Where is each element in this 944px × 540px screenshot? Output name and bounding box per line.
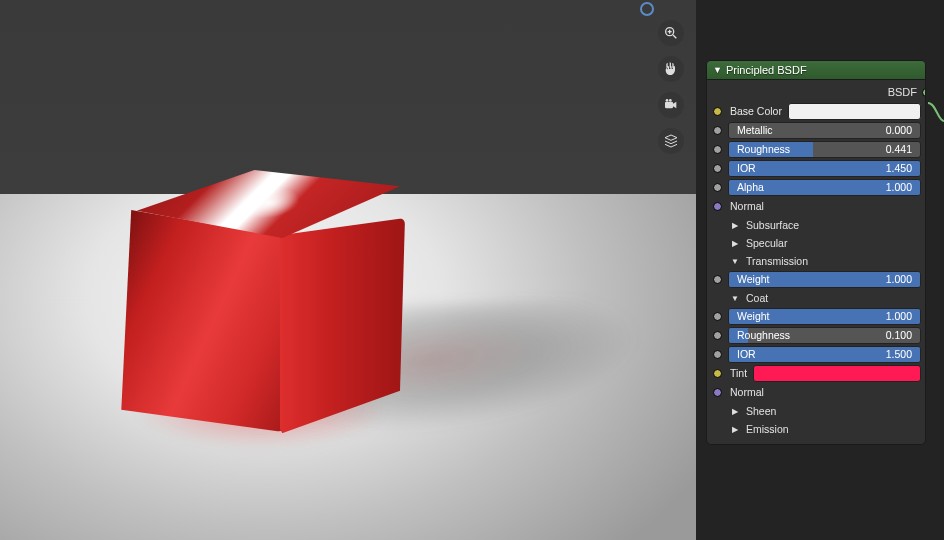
coat-tint-label: Tint — [728, 367, 747, 379]
roughness-row: Roughness 0.441 — [711, 140, 921, 158]
coat-weight-slider[interactable]: Weight 1.000 — [728, 308, 921, 325]
alpha-row: Alpha 1.000 — [711, 178, 921, 196]
chevron-down-icon: ▼ — [713, 65, 722, 75]
metallic-row: Metallic 0.000 — [711, 121, 921, 139]
coat-normal-row: Normal — [711, 383, 921, 401]
group-coat[interactable]: ▼ Coat — [711, 289, 921, 307]
group-emission[interactable]: ▶ Emission — [711, 420, 921, 438]
svg-point-5 — [666, 99, 669, 102]
output-label: BSDF — [888, 86, 917, 98]
output-socket-icon[interactable] — [922, 88, 926, 97]
socket-icon[interactable] — [713, 145, 722, 154]
camera-icon[interactable] — [658, 92, 684, 118]
group-sheen[interactable]: ▶ Sheen — [711, 402, 921, 420]
coat-tint-swatch[interactable] — [753, 365, 921, 382]
base-color-swatch[interactable] — [788, 103, 921, 120]
node-header[interactable]: ▼ Principled BSDF — [707, 61, 925, 80]
ior-slider[interactable]: IOR 1.450 — [728, 160, 921, 177]
normal-row: Normal — [711, 197, 921, 215]
socket-icon[interactable] — [713, 275, 722, 284]
coat-tint-row: Tint — [711, 364, 921, 382]
orbit-gizmo-icon[interactable] — [640, 2, 654, 16]
chevron-down-icon: ▼ — [730, 294, 740, 303]
svg-line-1 — [673, 35, 676, 38]
socket-icon[interactable] — [713, 107, 722, 116]
pan-icon[interactable] — [658, 56, 684, 82]
base-color-row: Base Color — [711, 102, 921, 120]
svg-point-6 — [669, 99, 672, 102]
socket-icon[interactable] — [713, 202, 722, 211]
chevron-right-icon: ▶ — [730, 407, 740, 416]
chevron-down-icon: ▼ — [730, 257, 740, 266]
viewport[interactable] — [0, 0, 696, 540]
chevron-right-icon: ▶ — [730, 239, 740, 248]
red-cube[interactable] — [120, 170, 400, 430]
socket-icon[interactable] — [713, 350, 722, 359]
zoom-icon[interactable] — [658, 20, 684, 46]
viewport-tools — [658, 20, 684, 154]
node-title: Principled BSDF — [726, 64, 807, 76]
coat-roughness-row: Roughness 0.100 — [711, 326, 921, 344]
metallic-slider[interactable]: Metallic 0.000 — [728, 122, 921, 139]
transmission-weight-row: Weight 1.000 — [711, 270, 921, 288]
socket-icon[interactable] — [713, 369, 722, 378]
coat-ior-row: IOR 1.500 — [711, 345, 921, 363]
group-specular[interactable]: ▶ Specular — [711, 234, 921, 252]
output-bsdf: BSDF — [711, 84, 921, 102]
chevron-right-icon: ▶ — [730, 221, 740, 230]
roughness-slider[interactable]: Roughness 0.441 — [728, 141, 921, 158]
alpha-slider[interactable]: Alpha 1.000 — [728, 179, 921, 196]
socket-icon[interactable] — [713, 312, 722, 321]
socket-icon[interactable] — [713, 331, 722, 340]
grid-icon[interactable] — [658, 128, 684, 154]
coat-ior-slider[interactable]: IOR 1.500 — [728, 346, 921, 363]
socket-icon[interactable] — [713, 183, 722, 192]
socket-icon[interactable] — [713, 126, 722, 135]
node-sidebar: ▼ Principled BSDF BSDF Base Color Metall… — [696, 0, 944, 540]
coat-weight-row: Weight 1.000 — [711, 307, 921, 325]
svg-rect-4 — [665, 102, 673, 109]
coat-roughness-slider[interactable]: Roughness 0.100 — [728, 327, 921, 344]
ior-row: IOR 1.450 — [711, 159, 921, 177]
chevron-right-icon: ▶ — [730, 425, 740, 434]
group-subsurface[interactable]: ▶ Subsurface — [711, 216, 921, 234]
socket-icon[interactable] — [713, 388, 722, 397]
group-transmission[interactable]: ▼ Transmission — [711, 252, 921, 270]
normal-label: Normal — [728, 200, 764, 212]
base-color-label: Base Color — [728, 105, 782, 117]
coat-normal-label: Normal — [728, 386, 764, 398]
transmission-weight-slider[interactable]: Weight 1.000 — [728, 271, 921, 288]
principled-bsdf-node[interactable]: ▼ Principled BSDF BSDF Base Color Metall… — [706, 60, 926, 445]
socket-icon[interactable] — [713, 164, 722, 173]
node-link-curve — [928, 97, 944, 127]
